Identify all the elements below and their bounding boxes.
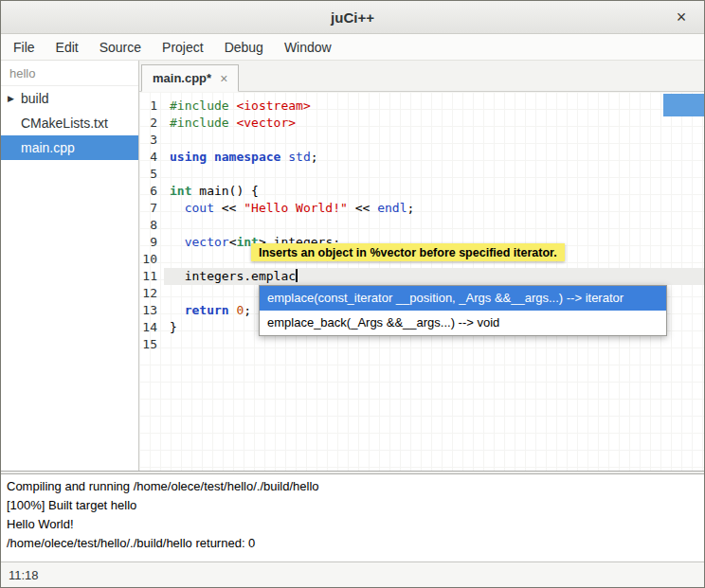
line-number: 12 xyxy=(139,285,164,302)
file-tree: ▶buildCMakeLists.txtmain.cpp xyxy=(1,86,138,160)
menu-file[interactable]: File xyxy=(3,34,45,60)
scrollbar-thumb[interactable] xyxy=(663,94,704,116)
code-line-text xyxy=(164,336,704,353)
tab-bar: main.cpp*× xyxy=(139,61,704,92)
autocomplete-popup: emplace(const_iterator __position, _Args… xyxy=(259,285,667,336)
autocomplete-item[interactable]: emplace(const_iterator __position, _Args… xyxy=(260,286,666,311)
line-number: 10 xyxy=(139,251,164,268)
code-line-text xyxy=(164,217,704,234)
editor-column: main.cpp*× 1#include <iostream>2#include… xyxy=(139,61,704,471)
sidebar-item-build[interactable]: ▶build xyxy=(1,86,138,111)
window-titlebar: juCi++ × xyxy=(1,1,704,34)
tab-label: main.cpp* xyxy=(153,71,211,85)
line-number: 5 xyxy=(139,166,164,183)
code-line-text xyxy=(164,166,704,183)
autocomplete-item[interactable]: emplace_back(_Args &&__args...) --> void xyxy=(260,311,666,335)
line-number: 15 xyxy=(139,336,164,353)
code-line-text: #include <iostream> xyxy=(164,98,704,115)
line-number: 11 xyxy=(139,268,164,285)
code-line: 7 cout << "Hello World!" << endl; xyxy=(139,200,704,217)
menu-window[interactable]: Window xyxy=(274,34,342,60)
code-line-text xyxy=(164,132,704,149)
terminal-line: [100%] Built target hello xyxy=(7,496,698,515)
code-line: 3 xyxy=(139,132,704,149)
code-line: 15 xyxy=(139,336,704,353)
file-sidebar: hello ▶buildCMakeLists.txtmain.cpp xyxy=(1,61,139,471)
code-line: 5 xyxy=(139,166,704,183)
line-number: 9 xyxy=(139,234,164,251)
tree-item-label: build xyxy=(21,91,49,106)
terminal-output[interactable]: Compiling and running /home/olece/test/h… xyxy=(1,474,704,561)
code-line: 2#include <vector> xyxy=(139,115,704,132)
cursor-position: 11:18 xyxy=(9,568,39,582)
code-line-text: using namespace std; xyxy=(164,149,704,166)
app-window: juCi++ × FileEditSourceProjectDebugWindo… xyxy=(0,0,705,588)
line-number: 6 xyxy=(139,183,164,200)
project-label: hello xyxy=(1,61,138,86)
line-number: 8 xyxy=(139,217,164,234)
code-line: 6int main() { xyxy=(139,183,704,200)
line-number: 1 xyxy=(139,98,164,115)
doc-tooltip: Inserts an object in %vector before spec… xyxy=(251,243,565,261)
terminal-line: Compiling and running /home/olece/test/h… xyxy=(7,477,698,496)
line-number: 2 xyxy=(139,115,164,132)
close-window-icon[interactable]: × xyxy=(668,1,695,34)
code-line: 11 integers.emplac xyxy=(139,268,704,285)
window-title: juCi++ xyxy=(331,9,374,26)
line-number: 13 xyxy=(139,302,164,319)
code-line-text: integers.emplac xyxy=(164,268,704,285)
line-number: 14 xyxy=(139,319,164,336)
tab-main-cpp-[interactable]: main.cpp*× xyxy=(141,64,239,92)
terminal-line: /home/olece/test/hello/./build/hello ret… xyxy=(7,534,698,553)
menu-source[interactable]: Source xyxy=(89,34,152,60)
code-line: 1#include <iostream> xyxy=(139,98,704,115)
menubar: FileEditSourceProjectDebugWindow xyxy=(1,34,704,61)
menu-edit[interactable]: Edit xyxy=(45,34,89,60)
menu-project[interactable]: Project xyxy=(152,34,214,60)
code-line: 8 xyxy=(139,217,704,234)
menu-debug[interactable]: Debug xyxy=(214,34,274,60)
code-line-text: cout << "Hello World!" << endl; xyxy=(164,200,704,217)
line-number: 3 xyxy=(139,132,164,149)
tree-item-label: CMakeLists.txt xyxy=(21,116,108,131)
tree-item-label: main.cpp xyxy=(21,140,75,155)
text-cursor xyxy=(296,269,298,282)
line-number: 4 xyxy=(139,149,164,166)
code-line-text: #include <vector> xyxy=(164,115,704,132)
code-line-text: int main() { xyxy=(164,183,704,200)
sidebar-item-main-cpp[interactable]: main.cpp xyxy=(1,135,138,160)
close-tab-icon[interactable]: × xyxy=(220,71,227,86)
code-line: 4using namespace std; xyxy=(139,149,704,166)
main-area: hello ▶buildCMakeLists.txtmain.cpp main.… xyxy=(1,61,704,471)
terminal-line: Hello World! xyxy=(7,515,698,534)
sidebar-item-cmakelists-txt[interactable]: CMakeLists.txt xyxy=(1,111,138,135)
line-number: 7 xyxy=(139,200,164,217)
code-editor[interactable]: 1#include <iostream>2#include <vector>34… xyxy=(139,92,704,471)
status-bar: 11:18 xyxy=(1,561,704,587)
expander-arrow-icon[interactable]: ▶ xyxy=(8,94,21,103)
